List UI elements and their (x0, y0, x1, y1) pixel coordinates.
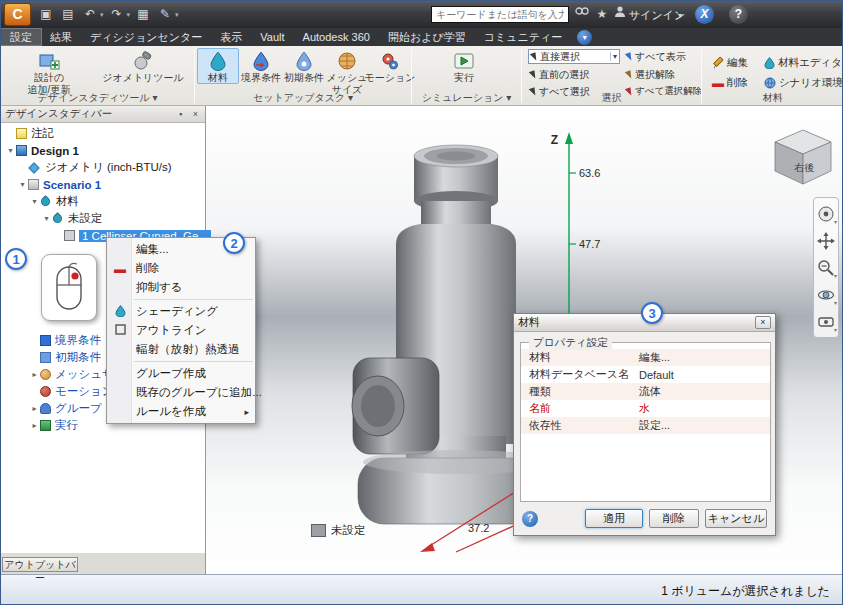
tree-item-groups[interactable]: ▸グループ (1, 400, 102, 417)
boundary-conditions-button[interactable]: 境界条件 (240, 48, 282, 84)
tab-results[interactable]: 結果 (41, 29, 81, 45)
dialog-help-icon[interactable]: ? (522, 511, 538, 527)
save-icon[interactable]: ▣ (37, 5, 55, 24)
mesh-size-icon (338, 51, 356, 71)
delete-button[interactable]: 削除 (649, 509, 699, 528)
property-row-database[interactable]: 材料データベース名Default (521, 366, 770, 383)
tree-item-motion[interactable]: モーション (1, 383, 114, 400)
add-update-design-button[interactable]: 設計の 追加/更新 (7, 48, 91, 96)
property-row-dependency[interactable]: 依存性設定... (521, 417, 770, 434)
show-all-button[interactable]: すべて表示 (626, 49, 686, 64)
edit-material-label: 編集 (727, 56, 748, 70)
tab-community[interactable]: コミュニティー (475, 29, 572, 45)
initial-conditions-button[interactable]: 初期条件 (283, 48, 325, 84)
pan-icon (817, 232, 835, 250)
tree-item-notes[interactable]: 注記 (1, 125, 54, 142)
scenario-environment-button[interactable]: シナリオ環境 (764, 75, 843, 90)
tree-item-boundary-conditions[interactable]: 境界条件 (1, 332, 101, 349)
group-label-setup-tasks[interactable]: セットアップタスク ▾ (195, 91, 411, 105)
property-row-material[interactable]: 材料編集... (521, 349, 770, 366)
property-row-name[interactable]: 名前水 (521, 400, 770, 417)
tree-item-initial-conditions[interactable]: 初期条件 (1, 349, 101, 366)
qat-customize-icon[interactable]: ▾ (175, 11, 179, 19)
zoom-button[interactable]: ▾ (815, 255, 837, 280)
open-icon[interactable]: ▤ (59, 5, 77, 24)
tree-item-unassigned[interactable]: ▾未設定 (1, 210, 103, 227)
name-value[interactable]: 水 (639, 401, 650, 416)
run-simulation-button[interactable]: 実行 (440, 48, 488, 84)
menu-item-shading[interactable]: シェーディング (107, 302, 255, 321)
tab-decision-center[interactable]: ディシジョンセンター (81, 29, 211, 45)
direct-select-combobox[interactable]: 直接選択▾ (528, 49, 620, 64)
tab-setup[interactable]: 設定 (1, 29, 41, 45)
redo-icon[interactable]: ↷ (108, 5, 126, 24)
search-input[interactable] (431, 6, 569, 23)
deselect-button[interactable]: 選択解除 (626, 67, 675, 82)
property-row-type[interactable]: 種類流体 (521, 383, 770, 400)
menu-item-create-group[interactable]: グループ作成 (107, 364, 255, 383)
print-icon[interactable]: ▦ (134, 5, 152, 24)
motion-button[interactable]: モーション (369, 48, 411, 84)
menu-separator (134, 361, 253, 362)
cancel-button[interactable]: キャンセル (705, 509, 767, 528)
geometry-tools-label: ジオメトリツール (102, 72, 184, 83)
tree-item-run[interactable]: ▸実行 (1, 417, 78, 434)
look-at-button[interactable]: ▾ (815, 309, 837, 334)
undo-dropdown-icon[interactable]: ▾ (100, 11, 104, 19)
tab-vault[interactable]: Vault (251, 29, 293, 45)
favorites-star-icon[interactable]: ★ (593, 5, 611, 24)
group-label-material[interactable]: 材料 (702, 91, 843, 105)
search-icon[interactable] (573, 5, 591, 24)
material-task-button[interactable]: 材料 (197, 48, 239, 84)
look-at-icon (817, 313, 835, 331)
dialog-close-icon[interactable]: × (755, 316, 771, 329)
tree-item-design-1[interactable]: ▾Design 1 (1, 142, 79, 159)
menu-item-create-rule[interactable]: ルールを作成▸ (107, 402, 255, 421)
pin-icon[interactable]: ▪ (175, 109, 186, 119)
group-label-simulation[interactable]: シミュレーション ▾ (412, 91, 521, 105)
close-panel-icon[interactable]: × (190, 109, 201, 119)
group-label-design-study-tools[interactable]: デザインスタディツール ▾ (1, 91, 194, 105)
undo-icon[interactable]: ↶ (81, 5, 99, 24)
delete-material-label: 削除 (727, 76, 748, 90)
type-value[interactable]: 流体 (639, 384, 661, 399)
database-value[interactable]: Default (639, 369, 674, 381)
mesh-size-button[interactable]: メッシュ サイズ (326, 48, 368, 96)
menu-item-suppress[interactable]: 抑制する (107, 278, 255, 297)
exchange-apps-icon[interactable]: X (695, 5, 714, 24)
material-edit-link[interactable]: 編集... (639, 350, 670, 365)
menu-item-delete[interactable]: ▬削除 (107, 259, 255, 278)
tree-item-geometry[interactable]: ジオメトリ (inch-BTU/s) (1, 159, 172, 176)
tab-autodesk-360[interactable]: Autodesk 360 (294, 29, 379, 45)
output-bar-button[interactable]: アウトプットバー (2, 557, 78, 572)
motion-label: モーション (365, 72, 416, 83)
material-editor-button[interactable]: 材料エディタ (764, 55, 842, 70)
navigation-wheel-button[interactable]: ▾ (815, 201, 837, 226)
zoom-icon (817, 259, 835, 277)
application-menu-button[interactable]: C (4, 3, 31, 26)
dependency-set-link[interactable]: 設定... (639, 418, 670, 433)
tree-item-materials[interactable]: ▾材料 (1, 193, 79, 210)
orbit-button[interactable]: ▾ (815, 282, 837, 307)
tab-get-started[interactable]: 開始および学習 (379, 29, 475, 45)
annotate-icon[interactable]: ✎ (156, 5, 174, 24)
pan-button[interactable] (815, 228, 837, 253)
signin-dropdown-icon[interactable]: ▾ (671, 5, 689, 24)
edit-material-button[interactable]: 編集 (712, 55, 748, 70)
ribbon-overflow-button[interactable]: ▼ (577, 30, 592, 45)
group-label-selection[interactable]: 選択 (522, 91, 701, 105)
view-cube[interactable]: 右後 (767, 121, 839, 193)
view-cube-face-label: 右後 (794, 162, 814, 173)
geometry-tools-button[interactable]: ジオメトリツール (97, 48, 189, 84)
menu-item-radiation-transparency[interactable]: 輻射（放射）熱透過 (107, 340, 255, 359)
tab-view[interactable]: 表示 (211, 29, 251, 45)
tree-item-scenario-1[interactable]: ▾Scenario 1 (1, 176, 101, 193)
apply-button[interactable]: 適用 (585, 509, 643, 528)
menu-item-outline[interactable]: アウトライン (107, 321, 255, 340)
menu-item-add-to-existing-group[interactable]: 既存のグループに追加... (107, 383, 255, 402)
previous-selection-button[interactable]: 直前の選択 (530, 67, 589, 82)
help-icon[interactable]: ? (729, 5, 748, 24)
user-icon[interactable] (611, 5, 629, 24)
redo-dropdown-icon[interactable]: ▾ (127, 11, 131, 19)
delete-material-button[interactable]: ▬ 削除 (712, 75, 748, 90)
